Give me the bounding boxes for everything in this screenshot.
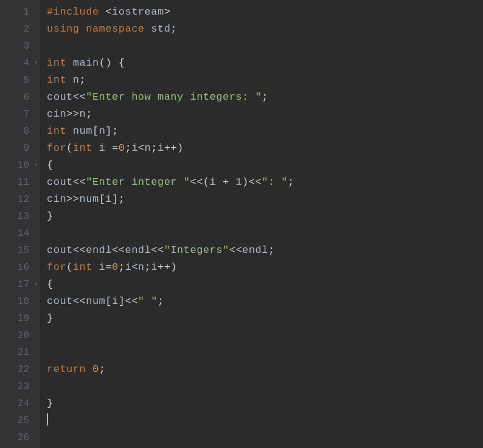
code-line[interactable]: } [47, 310, 483, 327]
code-token: i [92, 261, 105, 273]
code-editor-area[interactable]: #include <iostream>using namespace std;i… [39, 0, 483, 448]
code-token: ++) [164, 142, 184, 154]
line-number[interactable]: 11 [0, 174, 39, 191]
code-token: [ [105, 295, 112, 307]
line-number[interactable]: 17 [0, 276, 39, 293]
line-number[interactable]: 9 [0, 140, 39, 157]
code-token: for [47, 142, 66, 154]
line-number[interactable]: 4 [0, 55, 39, 72]
line-number[interactable]: 21 [0, 344, 39, 361]
code-token: ; [158, 295, 164, 307]
code-token: )<< [242, 176, 262, 188]
code-line[interactable] [47, 225, 483, 242]
code-line[interactable] [47, 412, 483, 429]
code-token: = [112, 142, 119, 154]
code-token: [ [99, 193, 106, 205]
code-token: ]<< [119, 295, 138, 307]
code-token: } [47, 398, 54, 409]
code-token: << [73, 295, 86, 307]
code-token: () [99, 57, 112, 69]
code-token: using [47, 23, 80, 35]
code-token: n [66, 74, 79, 86]
code-token: i [125, 261, 131, 273]
code-line[interactable]: using namespace std; [47, 21, 483, 38]
code-line[interactable]: cin>>num[i]; [47, 191, 483, 208]
code-token: int [47, 125, 66, 137]
line-number[interactable]: 19 [0, 310, 39, 327]
code-token: ( [66, 142, 73, 154]
code-token: ; [145, 261, 151, 273]
code-token: endl [86, 244, 112, 256]
line-number[interactable]: 16 [0, 259, 39, 276]
line-number[interactable]: 14 [0, 225, 39, 242]
code-line[interactable]: return 0; [47, 361, 483, 378]
code-line[interactable]: for(int i=0;i<n;i++) [47, 259, 483, 276]
line-number[interactable]: 5 [0, 72, 39, 89]
line-number[interactable]: 18 [0, 293, 39, 310]
code-line[interactable] [47, 344, 483, 361]
line-number[interactable]: 24 [0, 395, 39, 412]
code-line[interactable]: #include <iostream> [47, 4, 483, 21]
code-line[interactable]: cout<<num[i]<<" "; [47, 293, 483, 310]
line-number[interactable]: 25 [0, 412, 39, 429]
code-line[interactable]: int main() { [47, 55, 483, 72]
code-line[interactable] [47, 429, 483, 446]
line-number[interactable]: 2 [0, 21, 39, 38]
code-token: cout [47, 244, 73, 256]
code-token: cin [47, 108, 66, 120]
code-token: ]; [105, 125, 118, 137]
code-token: namespace [86, 23, 144, 35]
code-token: int [47, 74, 66, 86]
line-number[interactable]: 7 [0, 106, 39, 123]
code-token: i [105, 193, 112, 205]
code-token: i [131, 142, 138, 154]
code-line[interactable]: cout<<"Enter integer "<<(i + 1)<<": "; [47, 174, 483, 191]
code-line[interactable] [47, 38, 483, 55]
line-number[interactable]: 15 [0, 242, 39, 259]
code-token: < [138, 142, 145, 154]
code-token: #include [47, 6, 105, 18]
code-line[interactable]: int n; [47, 72, 483, 89]
code-token: ; [170, 23, 177, 35]
code-line[interactable]: { [47, 157, 483, 174]
code-token: i [92, 142, 112, 154]
code-token: 1 [235, 176, 242, 188]
code-line[interactable]: int num[n]; [47, 123, 483, 140]
code-token [86, 364, 92, 375]
code-token: < [131, 261, 138, 273]
line-number[interactable]: 26 [0, 429, 39, 446]
code-line[interactable]: } [47, 208, 483, 225]
code-token: ; [151, 142, 158, 154]
code-line[interactable]: { [47, 276, 483, 293]
code-token: int [73, 142, 92, 154]
code-line[interactable]: for(int i =0;i<n;i++) [47, 140, 483, 157]
code-line[interactable]: cout<<endl<<endl<<"Integers"<<endl; [47, 242, 483, 259]
line-number[interactable]: 3 [0, 38, 39, 55]
code-token: <<( [190, 176, 209, 188]
line-number[interactable]: 1 [0, 4, 39, 21]
line-number[interactable]: 8 [0, 123, 39, 140]
code-token: } [47, 210, 54, 222]
code-line[interactable]: cin>>n; [47, 106, 483, 123]
code-token: ": " [262, 176, 288, 188]
line-number[interactable]: 6 [0, 89, 39, 106]
code-line[interactable]: } [47, 395, 483, 412]
code-token: << [73, 244, 86, 256]
code-token: ]; [112, 193, 125, 205]
code-token: ; [86, 108, 92, 120]
code-token: { [47, 278, 54, 290]
code-token: iostream [112, 6, 164, 18]
line-number[interactable]: 10 [0, 157, 39, 174]
code-token: cout [47, 91, 73, 103]
code-token [80, 23, 86, 35]
code-token: num [80, 193, 99, 205]
code-line[interactable] [47, 378, 483, 395]
code-token: << [112, 244, 125, 256]
line-number[interactable]: 20 [0, 327, 39, 344]
line-number[interactable]: 22 [0, 361, 39, 378]
line-number[interactable]: 12 [0, 191, 39, 208]
code-line[interactable] [47, 327, 483, 344]
code-line[interactable]: cout<<"Enter how many integers: "; [47, 89, 483, 106]
line-number[interactable]: 13 [0, 208, 39, 225]
line-number[interactable]: 23 [0, 378, 39, 395]
